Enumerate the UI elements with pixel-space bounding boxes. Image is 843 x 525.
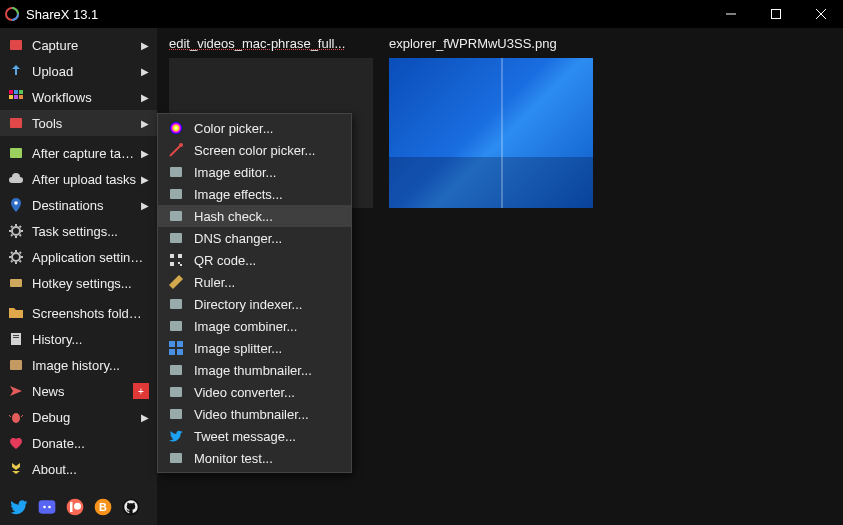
- sidebar-item-label: Hotkey settings...: [32, 276, 149, 291]
- tools-item-label: Hash check...: [194, 209, 341, 224]
- tools-item-dir-index[interactable]: Directory indexer...: [158, 293, 351, 315]
- tools-item-img-split[interactable]: Image splitter...: [158, 337, 351, 359]
- svg-rect-47: [169, 341, 175, 347]
- sidebar-item-image-history[interactable]: Image history...: [0, 352, 157, 378]
- donate-icon: [8, 435, 24, 451]
- sidebar-item-task-settings[interactable]: Task settings...: [0, 218, 157, 244]
- twitter-icon[interactable]: [8, 496, 30, 518]
- sidebar-item-hotkey-settings[interactable]: Hotkey settings...: [0, 270, 157, 296]
- tools-item-img-combine[interactable]: Image combiner...: [158, 315, 351, 337]
- tools-item-ruler[interactable]: Ruler...: [158, 271, 351, 293]
- svg-rect-25: [39, 500, 56, 513]
- svg-rect-7: [14, 90, 18, 94]
- social-row: B: [0, 489, 157, 525]
- maximize-button[interactable]: [753, 0, 798, 28]
- github-icon[interactable]: [120, 496, 142, 518]
- screen-picker-icon: [168, 142, 184, 158]
- minimize-button[interactable]: [708, 0, 753, 28]
- tools-item-vid-thumb[interactable]: Video thumbnailer...: [158, 403, 351, 425]
- submenu-arrow-icon: ▶: [141, 118, 149, 129]
- close-button[interactable]: [798, 0, 843, 28]
- sidebar-item-label: Donate...: [32, 436, 149, 451]
- svg-rect-8: [19, 90, 23, 94]
- svg-text:B: B: [99, 501, 107, 513]
- submenu-arrow-icon: ▶: [141, 66, 149, 77]
- sidebar-item-about[interactable]: About...: [0, 456, 157, 482]
- image-effects-icon: [168, 186, 184, 202]
- svg-rect-17: [10, 279, 22, 287]
- bitcoin-icon[interactable]: B: [92, 496, 114, 518]
- tools-item-label: Tweet message...: [194, 429, 341, 444]
- tools-item-qr[interactable]: QR code...: [158, 249, 351, 271]
- submenu-arrow-icon: ▶: [141, 200, 149, 211]
- sidebar-item-label: Workflows: [32, 90, 137, 105]
- svg-rect-11: [19, 95, 23, 99]
- discord-icon[interactable]: [36, 496, 58, 518]
- svg-rect-49: [169, 349, 175, 355]
- sidebar-item-upload[interactable]: Upload▶: [0, 58, 157, 84]
- image-history-icon: [8, 357, 24, 373]
- sidebar-item-label: After capture tasks: [32, 146, 137, 161]
- app-logo-icon: [4, 6, 20, 22]
- thumb-2-image: [389, 58, 593, 208]
- about-icon: [8, 461, 24, 477]
- titlebar: ShareX 13.1: [0, 0, 843, 28]
- svg-rect-39: [170, 233, 182, 243]
- svg-rect-21: [10, 360, 22, 370]
- sidebar-item-workflows[interactable]: Workflows▶: [0, 84, 157, 110]
- svg-rect-41: [178, 254, 182, 258]
- tools-item-monitor[interactable]: Monitor test...: [158, 447, 351, 469]
- submenu-arrow-icon: ▶: [141, 174, 149, 185]
- sidebar-item-destinations[interactable]: Destinations▶: [0, 192, 157, 218]
- sidebar-item-tools[interactable]: Tools▶: [0, 110, 157, 136]
- sidebar-item-debug[interactable]: Debug▶: [0, 404, 157, 430]
- sidebar-item-folder[interactable]: Screenshots folder...: [0, 300, 157, 326]
- svg-point-22: [12, 413, 20, 423]
- ruler-icon: [168, 274, 184, 290]
- svg-rect-54: [170, 453, 182, 463]
- tools-item-color-picker[interactable]: Color picker...: [158, 117, 351, 139]
- svg-line-24: [21, 415, 23, 417]
- svg-rect-9: [9, 95, 13, 99]
- sidebar-item-app-settings[interactable]: Application settings...: [0, 244, 157, 270]
- patreon-icon[interactable]: [64, 496, 86, 518]
- tools-item-vid-conv[interactable]: Video converter...: [158, 381, 351, 403]
- sidebar-item-after-upload[interactable]: After upload tasks▶: [0, 166, 157, 192]
- tools-item-label: Image thumbnailer...: [194, 363, 341, 378]
- svg-rect-10: [14, 95, 18, 99]
- sidebar-item-label: Capture: [32, 38, 137, 53]
- workflows-icon: [8, 89, 24, 105]
- tools-item-img-thumb[interactable]: Image thumbnailer...: [158, 359, 351, 381]
- sidebar-item-label: Task settings...: [32, 224, 149, 239]
- svg-rect-40: [170, 254, 174, 258]
- svg-rect-20: [13, 337, 19, 338]
- tools-item-image-effects[interactable]: Image effects...: [158, 183, 351, 205]
- debug-icon: [8, 409, 24, 425]
- folder-icon: [8, 305, 24, 321]
- svg-point-16: [12, 253, 20, 261]
- thumb-2[interactable]: explorer_fWPRMwU3SS.png: [389, 36, 593, 517]
- svg-rect-13: [10, 148, 22, 158]
- svg-rect-6: [9, 90, 13, 94]
- sidebar-item-donate[interactable]: Donate...: [0, 430, 157, 456]
- hotkey-settings-icon: [8, 275, 24, 291]
- svg-point-30: [74, 503, 81, 510]
- svg-rect-43: [178, 262, 180, 264]
- sidebar-item-capture[interactable]: Capture▶: [0, 32, 157, 58]
- tools-item-label: Image combiner...: [194, 319, 341, 334]
- tools-item-tweet[interactable]: Tweet message...: [158, 425, 351, 447]
- image-editor-icon: [168, 164, 184, 180]
- sidebar-item-history[interactable]: History...: [0, 326, 157, 352]
- svg-point-14: [14, 201, 18, 205]
- app-settings-icon: [8, 249, 24, 265]
- sidebar-item-news[interactable]: News+: [0, 378, 157, 404]
- tools-item-screen-picker[interactable]: Screen color picker...: [158, 139, 351, 161]
- sidebar-item-after-capture[interactable]: After capture tasks▶: [0, 140, 157, 166]
- thumb-2-title: explorer_fWPRMwU3SS.png: [389, 36, 593, 54]
- tweet-icon: [168, 428, 184, 444]
- svg-line-23: [9, 415, 11, 417]
- tools-item-image-editor[interactable]: Image editor...: [158, 161, 351, 183]
- tools-item-hash-check[interactable]: Hash check...: [158, 205, 351, 227]
- dns-icon: [168, 230, 184, 246]
- tools-item-dns[interactable]: DNS changer...: [158, 227, 351, 249]
